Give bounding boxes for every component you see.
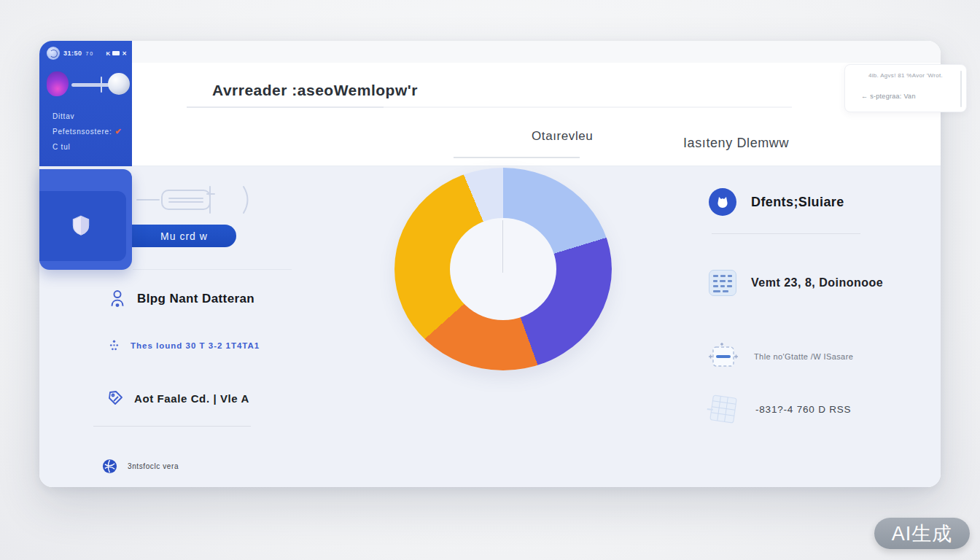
list-item[interactable]: Thle no'Gtatte /W ISasare xyxy=(707,341,853,372)
connector-illustration xyxy=(45,69,127,102)
list-item[interactable]: Thes lound 30 T 3-2 1T4TA1 xyxy=(108,338,260,352)
calendar-grid-icon xyxy=(709,270,736,296)
battery-icon xyxy=(112,51,120,55)
status-time: 31:50 xyxy=(63,50,82,57)
cat-avatar-icon xyxy=(709,188,736,216)
status-indicators: 7 0 xyxy=(86,51,93,56)
divider xyxy=(712,233,860,234)
divider xyxy=(93,426,251,427)
spreadsheet-icon xyxy=(706,392,741,426)
sidebar-menu: Dittav Pefetsnsostere: ✔ C tul xyxy=(52,112,125,158)
chart-needle xyxy=(502,220,503,273)
purple-blob-icon xyxy=(47,71,69,96)
sidebar-card[interactable] xyxy=(39,169,132,270)
syringe-icon xyxy=(134,178,258,219)
donut-hole xyxy=(450,218,556,320)
sidebar-item-1[interactable]: Dittav xyxy=(52,112,125,120)
connector-rod xyxy=(71,83,112,87)
tag-icon xyxy=(106,389,124,407)
primary-action-button[interactable]: Mu crd w xyxy=(132,225,236,247)
active-tab-underline xyxy=(454,157,580,158)
back-arrow-icon: ← xyxy=(861,93,868,100)
connector-cross xyxy=(101,77,102,93)
person-pin-icon xyxy=(108,289,127,309)
tab-history[interactable]: Iasıteny Dlemww xyxy=(683,136,789,151)
list-item-label: 3ntsfoclc vera xyxy=(128,462,179,470)
header: Avrreader :aseoWemlopw'r Otaırevleu Iası… xyxy=(132,41,941,166)
list-item-label: -831?-4 760 D RSS xyxy=(755,404,851,415)
sidebar: 31:50 7 0 K ✕ Dittav Pefetsnso xyxy=(39,41,132,166)
app-window: Avrreader :aseoWemlopw'r Otaırevleu Iası… xyxy=(39,41,941,487)
list-item[interactable]: Blpg Nant Datteran xyxy=(108,289,254,309)
list-item[interactable]: 3ntsfoclc vera xyxy=(102,459,179,474)
sidebar-item-3[interactable]: C tul xyxy=(52,143,125,151)
sparkle-icon xyxy=(108,338,120,352)
popover-line2[interactable]: ← s-ptegraa: Van xyxy=(861,93,916,100)
shield-icon xyxy=(70,214,92,238)
popover-line1: 4ib. Agvs! 81 %Avor 'Wrot. xyxy=(868,72,943,79)
title-underline xyxy=(187,106,384,108)
list-item-label: Vemt 23, 8, Doinonooe xyxy=(751,276,883,289)
list-item[interactable]: Aot Faale Cd. | Vle A xyxy=(106,389,249,407)
list-item-label: Aot Faale Cd. | Vle A xyxy=(134,392,249,405)
check-icon: ✔ xyxy=(114,127,122,136)
header-top-strip xyxy=(132,41,941,63)
list-item-label: Thle no'Gtatte /W ISasare xyxy=(754,352,853,361)
sidebar-card-inner xyxy=(39,191,126,261)
header-popover: 4ib. Agvs! 81 %Avor 'Wrot. ← s-ptegraa: … xyxy=(844,64,967,112)
desktop-background: Avrreader :aseoWemlopw'r Otaırevleu Iası… xyxy=(0,0,980,560)
page-title: Avrreader :aseoWemlopw'r xyxy=(212,82,418,99)
avatar xyxy=(47,47,60,60)
sphere-icon xyxy=(108,73,130,95)
scrollbar[interactable] xyxy=(960,71,962,107)
list-item[interactable]: Dfents;Sluiare xyxy=(709,188,844,216)
list-item[interactable]: Vemt 23, 8, Doinonooe xyxy=(709,270,883,296)
ai-watermark-badge: AI生成 xyxy=(874,518,970,549)
header-divider xyxy=(132,166,941,166)
list-item-label: Dfents;Sluiare xyxy=(751,195,844,210)
toolbar-divider xyxy=(133,269,292,270)
list-item-label: Blpg Nant Datteran xyxy=(137,292,254,306)
list-item[interactable]: -831?-4 760 D RSS xyxy=(706,392,851,426)
status-bar: 31:50 7 0 K ✕ xyxy=(47,46,127,61)
list-item-label: Thes lound 30 T 3-2 1T4TA1 xyxy=(131,341,260,350)
battery-box-icon xyxy=(707,341,739,372)
signal-icon: K xyxy=(106,50,111,57)
globe-icon xyxy=(102,459,117,474)
tab-overview[interactable]: Otaırevleu xyxy=(532,129,593,144)
close-icon[interactable]: ✕ xyxy=(122,50,127,57)
title-underline-faint xyxy=(384,106,792,108)
sidebar-item-2[interactable]: Pefetsnsostere: ✔ xyxy=(52,127,125,136)
